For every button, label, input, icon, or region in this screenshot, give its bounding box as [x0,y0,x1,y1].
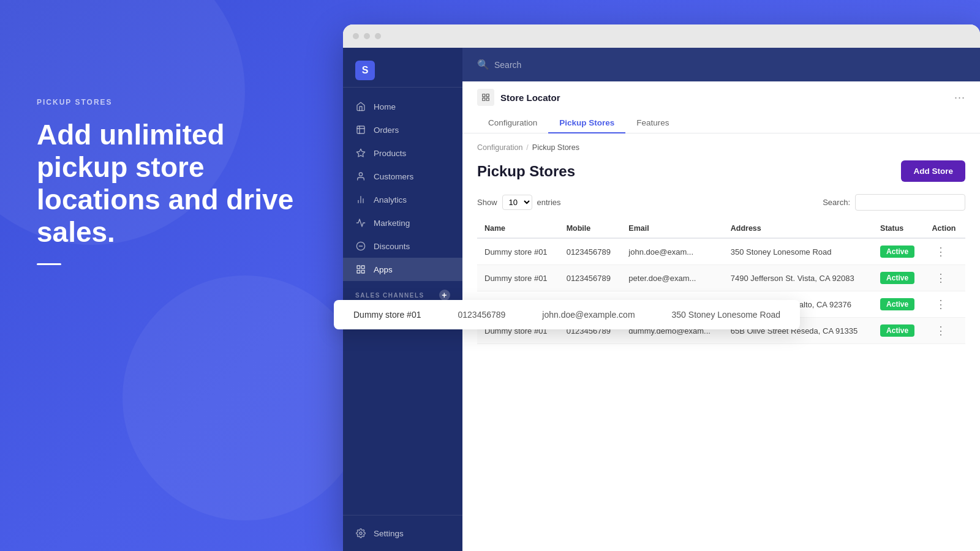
analytics-icon [355,194,366,205]
home-icon [355,101,366,112]
col-mobile: Mobile [559,219,622,238]
cell-email: peter.doe@exam... [621,265,723,291]
svg-rect-11 [357,270,360,273]
cell-name: Dummy store #01 [477,238,559,265]
page-title-row: Pickup Stores Add Store [477,160,965,182]
app-title-row: Store Locator ··· [477,89,965,106]
table-search-input[interactable] [855,194,965,211]
cell-status: Active [873,265,925,291]
sidebar-logo: S [343,54,462,88]
cell-action: ⋮ [925,238,965,265]
add-store-button[interactable]: Add Store [901,160,965,182]
tab-configuration[interactable]: Configuration [477,113,548,133]
logo-box: S [355,61,375,80]
action-menu-button[interactable]: ⋮ [932,245,949,258]
cell-mobile: 0123456789 [559,238,622,265]
cell-email: john.doe@exam... [621,238,723,265]
sidebar: S Home Orders [343,48,462,551]
marketing-icon [355,217,366,228]
show-entries-control: Show 10 25 50 entries [477,195,561,210]
tooltip-popup: Dummy store #01 0123456789 john.doe@exam… [334,300,800,329]
search-entries-control: Search: [823,194,965,211]
sidebar-item-analytics-label: Analytics [374,195,407,204]
browser-chrome [343,24,980,48]
bg-decoration-2 [123,276,368,520]
products-icon [355,148,366,159]
marketing-headline: Add unlimited pickup store locations and… [37,119,294,249]
sidebar-item-settings[interactable]: Settings [343,522,462,545]
page-title: Pickup Stores [477,163,575,180]
action-menu-button[interactable]: ⋮ [932,271,949,285]
svg-rect-0 [357,126,364,133]
cell-action: ⋮ [925,291,965,318]
tab-features[interactable]: Features [625,113,680,133]
cell-status: Active [873,318,925,344]
main-content: 🔍 Search Store Locator ··· Configuration… [462,48,980,551]
orders-icon [355,124,366,135]
sidebar-item-settings-label: Settings [374,529,404,538]
table-row: Dummy store #01 0123456789 john.doe@exam… [477,238,965,265]
app-header-menu-button[interactable]: ··· [954,91,965,104]
sidebar-item-home-label: Home [374,102,396,111]
entries-select[interactable]: 10 25 50 [502,195,532,210]
app-icon-box [477,89,494,106]
svg-rect-16 [483,98,485,100]
settings-icon [355,528,366,539]
add-sales-channel-button[interactable]: + [439,290,450,301]
breadcrumb: Configuration / Pickup Stores [477,143,965,152]
sidebar-item-products-label: Products [374,149,406,158]
show-label: Show [477,198,497,207]
table-row: Dummy store #01 0123456789 peter.doe@exa… [477,265,965,291]
app-title: Store Locator [500,92,560,103]
action-menu-button[interactable]: ⋮ [932,324,949,337]
marketing-label: PICKUP STORES [37,98,294,107]
svg-rect-13 [483,94,485,97]
marketing-divider [37,263,61,265]
cell-name: Dummy store #01 [477,265,559,291]
cell-action: ⋮ [925,318,965,344]
search-icon: 🔍 [477,59,489,70]
breadcrumb-configuration[interactable]: Configuration [477,143,522,152]
search-placeholder[interactable]: Search [494,60,521,70]
col-name: Name [477,219,559,238]
sidebar-item-orders-label: Orders [374,126,399,135]
svg-point-2 [359,173,362,176]
cell-action: ⋮ [925,265,965,291]
table-head: Name Mobile Email Address Status Action [477,219,965,238]
col-email: Email [621,219,723,238]
sidebar-item-customers-label: Customers [374,172,413,181]
app-header: Store Locator ··· Configuration Pickup S… [462,81,980,133]
cell-address: 350 Stoney Lonesome Road [723,238,873,265]
cell-status: Active [873,291,925,318]
tooltip-mobile: 0123456789 [458,310,505,320]
sidebar-item-marketing-label: Marketing [374,219,410,228]
tooltip-email: john.doe@example.com [542,310,635,320]
search-container: 🔍 Search [477,59,965,70]
sidebar-item-apps-label: Apps [374,265,393,274]
discounts-icon [355,241,366,252]
sidebar-item-discounts[interactable]: Discounts [343,234,462,258]
sidebar-item-home[interactable]: Home [343,95,462,118]
breadcrumb-separator: / [526,143,528,152]
cell-mobile: 0123456789 [559,265,622,291]
sidebar-bottom: Settings [343,515,462,551]
tab-pickup-stores[interactable]: Pickup Stores [548,113,625,133]
entries-label: entries [537,198,561,207]
sidebar-item-orders[interactable]: Orders [343,118,462,141]
cell-address: 7490 Jefferson St. Vista, CA 92083 [723,265,873,291]
breadcrumb-pickup-stores: Pickup Stores [532,143,579,152]
svg-marker-1 [356,149,364,157]
sidebar-item-analytics[interactable]: Analytics [343,188,462,211]
sidebar-item-products[interactable]: Products [343,141,462,165]
col-action: Action [925,219,965,238]
action-menu-button[interactable]: ⋮ [932,298,949,311]
page-content: Configuration / Pickup Stores Pickup Sto… [462,133,980,551]
sidebar-item-discounts-label: Discounts [374,242,410,251]
col-status: Status [873,219,925,238]
sidebar-item-apps[interactable]: Apps [343,258,462,281]
sidebar-item-marketing[interactable]: Marketing [343,211,462,234]
tooltip-address: 350 Stoney Lonesome Road [672,310,780,320]
svg-rect-9 [361,266,364,269]
cell-status: Active [873,238,925,265]
sidebar-item-customers[interactable]: Customers [343,165,462,188]
